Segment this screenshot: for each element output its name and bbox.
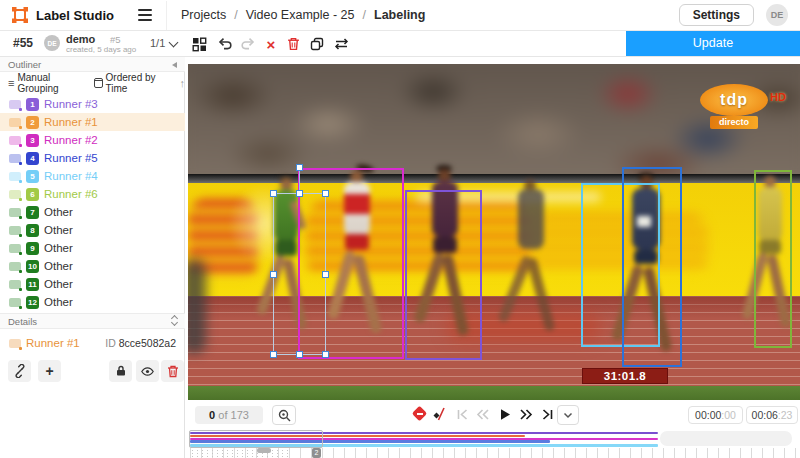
rewind-icon[interactable] [475,406,491,422]
delete-annotation-trash-icon[interactable] [284,35,302,53]
annotation-toolbar: #55 DE demo #5 created, 5 days ago 1/1 ×… [0,30,800,57]
rotate-handle[interactable] [296,164,303,171]
copy-annotation-icon[interactable] [308,35,326,53]
collapse-timeline-button[interactable] [557,405,579,425]
interpolation-toggle-icon[interactable] [432,406,448,422]
grouping-selector[interactable]: ≡ Manual Grouping [8,72,83,94]
details-region-label: Runner #1 [26,337,80,349]
resize-handle[interactable] [270,271,277,278]
region-label: Other [44,224,73,236]
breadcrumb-project-name[interactable]: Video Example - 25 [246,8,355,22]
region-item[interactable]: 6Runner #6 [0,185,185,203]
details-collapse-icon[interactable] [172,316,177,325]
sidebar: Outliner ≡ Manual Grouping Ordered by Ti… [0,56,185,458]
ordering-selector[interactable]: Ordered by Time [94,72,170,94]
resize-handle[interactable] [270,351,277,358]
details-title: Details [8,316,37,327]
rotator-connector [299,170,300,190]
frame-ruler[interactable]: 2 [190,448,797,458]
resize-handle[interactable] [296,351,303,358]
resize-handle[interactable] [322,190,329,197]
reset-annotation-icon[interactable]: × [262,35,280,53]
region-id: ID 8cce5082a2 [105,337,176,349]
region-item[interactable]: 10Other [0,257,185,275]
timeline-viewport-selection[interactable] [189,430,323,448]
fast-forward-icon[interactable] [518,406,534,422]
region-shape-icon [9,208,21,217]
region-label: Runner #4 [44,170,98,182]
region-shape-icon [9,280,21,289]
region-item[interactable]: 5Runner #4 [0,167,185,185]
directo-watermark: directo [710,116,758,129]
region-shape-icon [9,136,21,145]
timeline-minimap[interactable] [190,430,797,447]
resize-handle[interactable] [322,351,329,358]
user-avatar[interactable]: DE [766,4,788,26]
region-item[interactable]: 2Runner #1 [0,113,185,131]
annotation-dropdown-chevron-icon[interactable] [169,38,179,48]
skip-to-start-icon[interactable] [454,406,470,422]
region-item[interactable]: 11Other [0,275,185,293]
region-shape-icon [9,100,21,109]
lock-region-button[interactable] [109,360,132,382]
add-relation-button[interactable]: + [38,360,61,382]
details-region-row: Runner #1 ID 8cce5082a2 [0,333,185,353]
region-item[interactable]: 9Other [0,239,185,257]
link-region-button[interactable] [8,360,31,382]
sort-direction-icon[interactable]: ↑ [180,77,186,89]
bounding-box[interactable] [754,170,792,348]
region-index-badge: 4 [26,152,39,165]
annotation-created: created, 5 days ago [66,45,136,54]
resize-handle[interactable] [296,190,303,197]
breadcrumb-current: Labeling [374,8,425,22]
video-crowd-background [188,64,800,176]
breadcrumb-projects[interactable]: Projects [181,8,226,22]
bounding-box[interactable] [405,190,482,360]
skip-to-end-icon[interactable] [539,406,555,422]
swap-view-icon[interactable] [332,35,350,53]
ordering-icon [94,78,103,88]
region-shape-icon [9,244,21,253]
settings-button[interactable]: Settings [679,4,754,26]
resize-handle[interactable] [322,271,329,278]
grouping-label: Manual Grouping [17,72,82,94]
outliner-collapse-icon[interactable] [172,62,177,68]
delete-region-button[interactable] [161,360,184,382]
update-button[interactable]: Update [626,30,800,56]
undo-icon[interactable] [215,35,233,53]
region-item[interactable]: 4Runner #5 [0,149,185,167]
ruler-thumb[interactable] [257,448,271,453]
resize-handle[interactable] [270,190,277,197]
region-index-badge: 7 [26,206,39,219]
bounding-box[interactable] [273,193,326,355]
label-studio-logo-icon [12,7,28,23]
ordering-label: Ordered by Time [106,72,170,94]
region-index-badge: 6 [26,188,39,201]
video-grass-strip [188,386,800,400]
outliner-grouping-bar: ≡ Manual Grouping Ordered by Time ↑ [0,72,185,93]
annotator-avatar[interactable]: DE [44,35,60,51]
keyframe-toggle-button[interactable] [412,406,428,422]
redo-icon[interactable] [239,35,257,53]
region-item[interactable]: 12Other [0,293,185,311]
timeline-empty-region [660,431,792,446]
region-item[interactable]: 3Runner #2 [0,131,185,149]
region-item[interactable]: 8Other [0,221,185,239]
region-index-badge: 10 [26,260,39,273]
region-shape-icon [9,339,21,348]
play-button-icon[interactable] [497,406,513,422]
bounding-box[interactable] [622,167,682,367]
grid-view-icon[interactable] [190,35,208,53]
region-item[interactable]: 1Runner #3 [0,95,185,113]
zoom-tool-button[interactable] [272,405,296,425]
task-id: #55 [13,36,33,50]
annotation-pagination: 1/1 [150,37,165,49]
menu-hamburger-icon[interactable] [138,9,152,21]
video-canvas[interactable]: tdp HD directo 31:01.8 [188,64,800,400]
region-item[interactable]: 7Other [0,203,185,221]
header-divider [166,1,167,30]
region-shape-icon [9,226,21,235]
region-label: Runner #6 [44,188,98,200]
visibility-eye-button[interactable] [136,360,159,382]
breadcrumb: Projects / Video Example - 25 / Labeling [181,8,425,22]
